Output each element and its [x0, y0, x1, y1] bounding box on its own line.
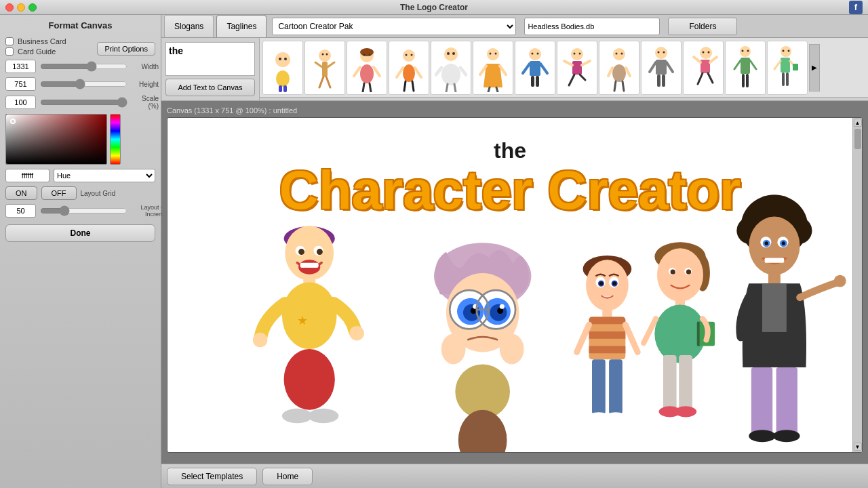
svg-line-82	[710, 57, 717, 62]
svg-line-33	[436, 68, 441, 75]
svg-point-62	[579, 52, 581, 54]
svg-point-185	[782, 241, 785, 245]
db-file-input[interactable]: Headless Bodies.db	[524, 18, 660, 35]
card-guide-label: Card Guide	[18, 47, 56, 56]
svg-line-84	[708, 73, 713, 83]
svg-line-16	[354, 67, 360, 76]
svg-line-43	[488, 87, 490, 92]
height-input[interactable]: 751	[5, 77, 36, 91]
thumb-4[interactable]	[389, 41, 429, 95]
svg-point-95	[781, 46, 791, 57]
svg-line-74	[667, 62, 673, 72]
svg-point-70	[621, 52, 623, 54]
svg-point-15	[360, 64, 374, 83]
thumb-fat[interactable]	[431, 41, 471, 95]
svg-point-102	[783, 49, 785, 52]
svg-point-61	[574, 52, 576, 54]
grid-increment-input[interactable]: 50	[5, 204, 36, 218]
svg-rect-168	[679, 355, 692, 410]
canvas-container: Canvas (1331 x 751 @ 100%) : untitled ▲ …	[161, 101, 868, 464]
width-slider[interactable]	[40, 62, 127, 71]
canvas-area[interactable]: ▲ ▼ the Character Creator	[167, 117, 863, 453]
scale-slider[interactable]	[40, 98, 127, 107]
slogans-tab[interactable]: Slogans	[164, 15, 214, 37]
hue-select[interactable]: Hue SaturationBrightness	[54, 169, 155, 182]
svg-rect-186	[765, 258, 785, 262]
thumb-girl-book[interactable]	[767, 41, 808, 95]
thumb-girl-pink[interactable]	[347, 41, 387, 95]
char-thumb-8	[561, 43, 593, 92]
svg-point-53	[532, 52, 534, 54]
print-options-button[interactable]: Print Options	[97, 42, 155, 56]
scroll-up-arrow[interactable]: ▲	[854, 119, 862, 127]
close-button[interactable]	[5, 3, 14, 12]
svg-point-184	[765, 241, 768, 245]
thumb-tall-green[interactable]	[725, 41, 766, 95]
svg-point-69	[616, 52, 618, 54]
select-templates-button[interactable]: Select Templates	[167, 468, 257, 485]
facebook-icon[interactable]: f	[849, 1, 863, 14]
svg-rect-51	[531, 76, 534, 87]
svg-point-4	[279, 58, 281, 60]
height-slider[interactable]	[40, 79, 127, 89]
thumb-dancer[interactable]	[557, 41, 597, 95]
color-gradient-picker[interactable]	[5, 114, 107, 165]
svg-rect-190	[776, 367, 797, 434]
maximize-button[interactable]	[28, 3, 37, 12]
svg-rect-152	[592, 359, 606, 414]
minimize-button[interactable]	[17, 3, 25, 12]
done-button[interactable]: Done	[5, 224, 155, 242]
scroll-thumb[interactable]	[854, 129, 861, 149]
thumb-girl-jump[interactable]	[683, 41, 724, 95]
svg-rect-150	[589, 331, 626, 339]
business-card-checkbox[interactable]	[5, 37, 14, 45]
home-button[interactable]: Home	[262, 468, 313, 485]
cartoon-pack-dropdown[interactable]: Cartoon Creator Pak Option 2	[272, 18, 516, 35]
svg-point-155	[605, 412, 627, 422]
svg-point-193	[834, 274, 846, 287]
thumb-orange-dress[interactable]	[473, 41, 513, 95]
taglines-tab[interactable]: Taglines	[216, 15, 267, 37]
text-preview: the	[165, 42, 255, 76]
svg-line-36	[454, 84, 456, 92]
svg-point-64	[612, 64, 626, 82]
thumb-man-gray[interactable]	[641, 41, 682, 95]
folders-button[interactable]: Folders	[668, 18, 737, 35]
svg-point-113	[282, 282, 337, 349]
svg-line-89	[734, 60, 741, 69]
grid-on-button[interactable]: ON	[5, 186, 37, 200]
color-spectrum-bar[interactable]	[110, 114, 121, 165]
thumbnail-scroll-right[interactable]: ▶	[809, 44, 820, 92]
svg-point-32	[441, 64, 460, 85]
traffic-lights	[5, 3, 37, 12]
vertical-scrollbar[interactable]: ▲ ▼	[852, 118, 862, 452]
svg-point-13	[326, 53, 328, 55]
svg-rect-189	[751, 367, 772, 434]
svg-line-50	[540, 64, 547, 73]
svg-line-28	[412, 81, 414, 91]
width-input[interactable]: 1331	[5, 60, 36, 73]
add-text-button[interactable]: Add Text to Canvas	[165, 79, 255, 96]
svg-rect-111	[300, 262, 319, 267]
svg-point-114	[284, 349, 335, 410]
thumb-boy-yellow[interactable]	[262, 41, 303, 95]
thumb-walk[interactable]	[304, 41, 345, 95]
thumb-woman-hips[interactable]	[599, 41, 639, 95]
svg-rect-172	[697, 321, 700, 346]
hex-color-input[interactable]: ffffff	[5, 169, 50, 182]
grid-increment-slider[interactable]	[40, 206, 127, 216]
thumb-man-blue[interactable]	[515, 41, 555, 95]
grid-off-button[interactable]: OFF	[41, 186, 77, 200]
svg-point-21	[363, 54, 366, 56]
card-guide-checkbox-row: Card Guide	[5, 47, 66, 56]
svg-rect-75	[657, 75, 660, 87]
card-guide-checkbox[interactable]	[5, 47, 14, 56]
svg-line-59	[569, 75, 574, 85]
char-cool-teen	[736, 195, 846, 442]
left-panel: Format Canvas Business Card Card Guide P…	[0, 15, 161, 488]
width-row: 1331 Width	[5, 60, 155, 73]
color-picker	[5, 114, 155, 165]
scale-input[interactable]: 100	[5, 96, 36, 109]
scroll-down-arrow[interactable]: ▼	[854, 443, 862, 451]
svg-line-44	[496, 87, 498, 92]
